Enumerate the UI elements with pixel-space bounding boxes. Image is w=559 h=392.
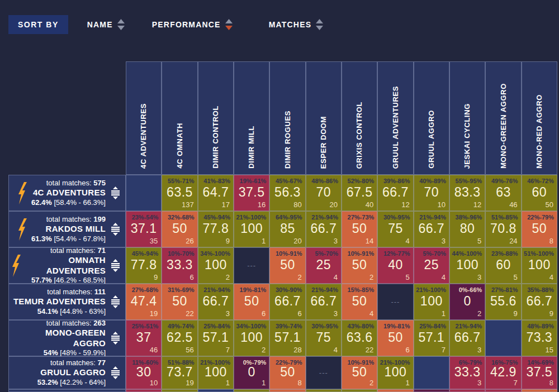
deck-icon	[110, 223, 121, 236]
sort-option-performance[interactable]: PERFORMANCE	[152, 19, 233, 31]
matchup-ci-range: 44%-100%	[452, 250, 482, 257]
matchup-cell: 5%-70%254	[414, 247, 449, 284]
matchup-win-pct: 33.3	[454, 365, 481, 380]
matchup-match-count: 4	[549, 273, 553, 281]
matchup-win-pct: 67.5	[347, 185, 373, 200]
matchup-match-count: 3	[477, 273, 481, 281]
sort-option-matches[interactable]: MATCHES	[269, 19, 324, 31]
matchup-ci-range: 34%-100%	[236, 323, 266, 329]
matchup-ci-range: 25%-84%	[419, 323, 446, 329]
matchup-match-count: 6	[297, 309, 301, 318]
matchup-win-pct: 40	[388, 257, 403, 273]
matchup-match-count: 8	[549, 379, 553, 387]
deck-icon[interactable]	[110, 332, 121, 345]
column-header-dimir-mill: DIMIR MILL	[234, 61, 269, 175]
matchup-matrix: 4C ADVENTURES4C OMNATHDIMIR CONTROLDIMIR…	[8, 61, 557, 392]
matchup-ci-range: 22%-79%	[527, 214, 554, 221]
row-total-matches-value: 71	[98, 246, 106, 255]
lightning-icon	[17, 218, 27, 241]
matchup-cell: 64%-95%8520	[269, 211, 305, 247]
deck-icon[interactable]	[110, 259, 121, 272]
matchup-win-pct: 100	[205, 257, 227, 273]
matchup-win-pct: 63.5	[167, 185, 193, 200]
matchup-win-pct: 60	[496, 257, 511, 273]
matchup-win-pct: 57.1	[274, 330, 301, 345]
matchup-cell: 44%-100%1003	[449, 247, 485, 284]
matchup-match-count: 9	[549, 309, 553, 318]
matchup-win-pct: 63	[496, 185, 511, 200]
matchup-match-count: 1	[442, 309, 446, 318]
matchup-cell: 46%-72%6050	[522, 175, 557, 211]
no-data-dash: ---	[319, 369, 328, 377]
matchup-win-pct: 66.7	[310, 294, 337, 309]
matchup-win-pct: 50	[352, 365, 367, 380]
row-win-pct: 57.7%	[31, 276, 52, 284]
deck-icon	[110, 295, 121, 308]
deck-icon[interactable]	[110, 366, 121, 379]
matchup-ci-range: 21%-94%	[311, 286, 338, 293]
column-header-mono-green-aggro: MONO-GREEN AGGRO	[485, 61, 521, 175]
matchup-win-pct: 47.4	[131, 294, 157, 309]
matchup-ci-range: 48%-89%	[527, 323, 554, 329]
matchup-match-count: 56	[186, 346, 193, 354]
matchup-ci-range: 21%-100%	[416, 286, 446, 293]
sort-arrows-icon	[315, 19, 324, 31]
matchup-win-pct: 100	[205, 365, 227, 380]
matchup-win-pct: 37.5	[526, 365, 552, 380]
matchup-match-count: 4	[369, 309, 373, 318]
matchup-match-count: 15	[545, 346, 553, 354]
matchup-ci-range: 10%-91%	[276, 250, 302, 257]
matchup-win-pct: 60	[532, 185, 547, 200]
matchup-ci-range: 35%-88%	[527, 286, 554, 293]
matchup-cell: 11%-60%3010	[126, 356, 162, 389]
matchup-ci-range: 21%-94%	[456, 323, 482, 329]
lightning-icon	[11, 255, 21, 277]
matchup-cell: 55%-95%83.312	[449, 175, 485, 211]
matchup-win-pct: 50	[352, 294, 367, 309]
matchup-win-pct: 100	[456, 257, 479, 273]
matchup-match-count: 6	[190, 273, 193, 281]
deck-icon	[110, 259, 121, 272]
matchup-match-count: 14	[366, 237, 373, 245]
matchup-win-pct: 66.7	[202, 294, 229, 309]
matchup-ci-range: 39%-86%	[383, 178, 410, 184]
matchup-win-pct: 42.9	[490, 365, 517, 380]
deck-icon[interactable]	[110, 187, 121, 199]
column-header-mono-red-aggro: MONO-RED AGGRO	[522, 61, 557, 175]
matchup-win-pct: 0	[463, 294, 471, 309]
deck-icon[interactable]	[110, 223, 121, 236]
matchup-cell: 21%-94%66.73	[306, 284, 342, 320]
matchup-ci-range: 46%-72%	[527, 178, 554, 184]
no-data-dash: ---	[391, 298, 400, 306]
column-header-label: DIMIR CONTROL	[211, 100, 221, 174]
row-deck-name: MONO-GREEN AGGRO	[11, 328, 106, 349]
matchup-cell: 19%-81%506	[377, 320, 413, 356]
matchup-cell: 27%-73%5014	[342, 211, 377, 247]
matchup-match-count: 12	[401, 200, 409, 209]
matchup-ci-range: 55%-95%	[456, 178, 482, 184]
row-win-rate: 62.4% [58.4% - 66.3%]	[31, 198, 106, 207]
matchup-ci-range: 23%-54%	[132, 214, 159, 221]
row-total-matches: total matches: 111	[13, 288, 106, 297]
matchup-cell: 21%-94%66.73	[306, 211, 342, 247]
matchup-ci-range: 40%-89%	[419, 178, 446, 184]
matchup-win-pct: 66.7	[454, 330, 481, 345]
sort-option-name[interactable]: NAME	[87, 19, 125, 31]
row-confidence-interval: [54.4% - 67.8%]	[52, 235, 106, 243]
row-confidence-interval: [48% - 59.9%]	[58, 348, 106, 357]
matchup-ci-range: 21%-94%	[419, 214, 446, 221]
matchup-match-count: 46	[150, 346, 158, 354]
matchup-cell: 27%-68%47.419	[126, 284, 162, 320]
matchup-cell: 45%-94%77.89	[126, 247, 162, 284]
matchup-win-pct: 55.6	[490, 294, 517, 309]
row-total-matches-value: 263	[93, 319, 106, 327]
matchup-match-count: 4	[334, 273, 338, 281]
matchup-cell: 16%-75%42.97	[485, 356, 521, 389]
matchup-ci-range: 41%-83%	[203, 178, 230, 184]
column-header-label: GRUUL AGGRO	[427, 104, 437, 174]
matchup-win-pct: 100	[240, 330, 263, 345]
deck-icon[interactable]	[110, 295, 121, 308]
row-total-matches-value: 199	[93, 215, 106, 223]
matchup-win-pct: 75	[388, 221, 403, 236]
matchup-win-pct: 50	[280, 257, 295, 273]
